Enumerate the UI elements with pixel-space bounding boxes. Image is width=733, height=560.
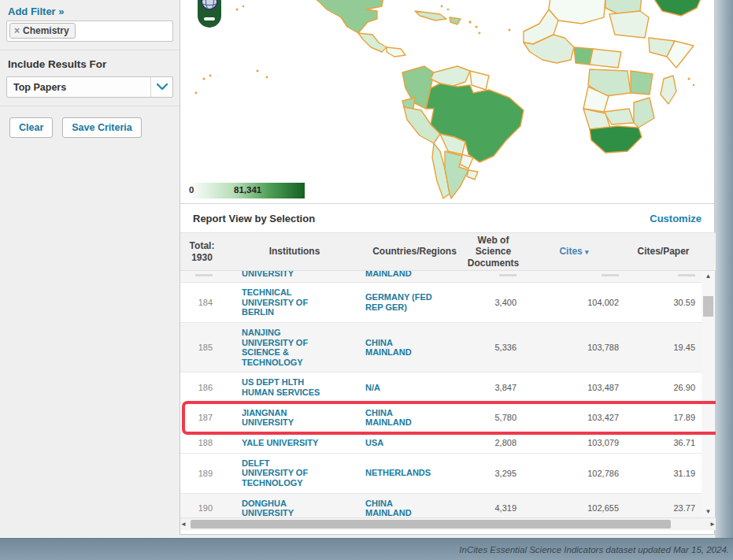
institution-link[interactable]: NANJING UNIVERSITY OF SCIENCE & TECHNOLO… — [242, 328, 320, 368]
table-row-partial-top: UNIVERSITY MAINLAND — [180, 271, 702, 283]
country-link[interactable]: CHINA MAINLAND — [365, 499, 435, 517]
country-link[interactable]: USA — [365, 438, 383, 448]
scroll-up-icon[interactable]: ▲ — [705, 271, 712, 282]
country-link[interactable]: CHINA MAINLAND — [365, 408, 435, 428]
country-hispaniola[interactable] — [450, 17, 461, 24]
scroll-down-icon[interactable]: ▼ — [705, 506, 712, 517]
rank-cell: 190 — [180, 499, 224, 517]
table-row[interactable]: 190 DONGHUA UNIVERSITY CHINA MAINLAND 4,… — [180, 494, 702, 517]
country-cell: CHINA MAINLAND — [365, 494, 464, 517]
horizontal-scrollbar-thumb[interactable] — [191, 520, 671, 528]
country-link[interactable]: N/A — [365, 383, 380, 393]
rank-cell: 188 — [180, 433, 224, 452]
page-footer: InCites Essential Science Indicators dat… — [0, 538, 733, 560]
country-link[interactable]: CHINA MAINLAND — [365, 338, 435, 358]
horizontal-scrollbar[interactable]: ◄ ► — [180, 517, 716, 530]
country-link[interactable]: NETHERLANDS — [365, 468, 431, 478]
country-cameroon[interactable] — [590, 49, 621, 68]
wos-documents-cell: 5,780 — [464, 408, 523, 427]
vertical-scrollbar[interactable]: ▲ ▼ — [702, 271, 715, 517]
institution-link[interactable]: JIANGNAN UNIVERSITY — [242, 408, 320, 428]
country-mozambique[interactable] — [634, 98, 654, 128]
table-header: Total: 1930 Institutions Countries/Regio… — [180, 232, 716, 271]
include-results-label: Include Results For — [8, 58, 173, 70]
country-guyanas[interactable] — [470, 71, 489, 90]
country-venezuela[interactable] — [431, 66, 470, 87]
column-header-wos-documents[interactable]: Web of Science Documents — [464, 235, 523, 269]
cites-cell: 103,079 — [523, 433, 625, 452]
country-middle-east[interactable] — [653, 0, 702, 16]
country-south-africa[interactable] — [590, 126, 642, 153]
wos-documents-cell: 2,808 — [464, 433, 523, 452]
cites-per-paper-cell: 30.59 — [625, 293, 702, 312]
institution-link[interactable]: DONGHUA UNIVERSITY — [242, 499, 320, 517]
customize-link[interactable]: Customize — [650, 213, 702, 224]
table-row[interactable]: 187 JIANGNAN UNIVERSITY CHINA MAINLAND 5… — [180, 403, 702, 433]
rank-cell: 185 — [180, 338, 224, 357]
column-header-cites-sort[interactable]: Cites ▾ — [523, 246, 625, 257]
institution-link[interactable]: TECHNICAL UNIVERSITY OF BERLIN — [242, 287, 320, 317]
cites-cell: 103,427 — [523, 408, 625, 427]
results-for-dropdown[interactable]: Top Papers — [6, 76, 173, 98]
vertical-scrollbar-thumb[interactable] — [703, 296, 713, 317]
table-row[interactable]: 186 US DEPT HLTH HUMAN SERVICES N/A 3,84… — [180, 373, 702, 402]
scroll-right-icon[interactable]: ► — [709, 519, 716, 530]
dropdown-button[interactable] — [150, 77, 172, 97]
country-link[interactable]: GERMANY (FED REP GER) — [365, 292, 435, 312]
institution-link[interactable]: DELFT UNIVERSITY OF TECHNOLOGY — [242, 458, 320, 488]
column-header-total[interactable]: Total: 1930 — [180, 240, 224, 263]
page-right-edge — [715, 0, 733, 538]
cites-per-paper-cell: 26.90 — [625, 378, 702, 397]
country-madagascar[interactable] — [661, 76, 676, 104]
institution-link[interactable]: YALE UNIVERSITY — [242, 438, 318, 448]
results-for-selected-value: Top Papers — [13, 82, 66, 93]
add-filter-link[interactable]: Add Filter » — [8, 6, 65, 17]
country-cuba[interactable] — [415, 11, 446, 20]
remove-filter-icon[interactable]: × — [14, 25, 20, 36]
scroll-left-icon[interactable]: ◄ — [180, 519, 187, 530]
wos-documents-cell: 5,336 — [464, 338, 523, 357]
country-mexico[interactable] — [313, 0, 383, 33]
save-criteria-button[interactable]: Save Criteria — [62, 117, 141, 138]
wos-documents-cell: 3,847 — [464, 378, 523, 397]
institution-cell: DONGHUA UNIVERSITY — [224, 494, 365, 517]
report-view-bar: Report View by Selection Customize — [180, 203, 714, 232]
country-uruguay[interactable] — [467, 170, 478, 180]
country-cell: GERMANY (FED REP GER) — [365, 287, 464, 317]
country-sudan[interactable] — [609, 11, 649, 38]
filter-chip-chemistry[interactable]: × Chemistry — [9, 23, 76, 39]
globe-icon — [201, 0, 218, 10]
map-zoom-control[interactable] — [198, 0, 221, 28]
rank-cell: 184 — [180, 293, 224, 312]
wos-documents-cell: 3,295 — [464, 464, 523, 483]
table-row[interactable]: 185 NANJING UNIVERSITY OF SCIENCE & TECH… — [180, 323, 702, 373]
country-brazil[interactable] — [426, 83, 524, 162]
rank-cell: 189 — [180, 464, 224, 483]
country-kenya-tanzania[interactable] — [631, 71, 653, 95]
clear-button[interactable]: Clear — [9, 117, 53, 138]
institution-cell: YALE UNIVERSITY — [224, 433, 365, 453]
column-header-institutions[interactable]: Institutions — [224, 246, 365, 257]
zoom-out-button[interactable] — [204, 17, 215, 20]
country-panama[interactable] — [387, 47, 405, 57]
wos-documents-cell: 3,400 — [464, 293, 523, 312]
country-cell: CHINA MAINLAND — [365, 403, 464, 432]
report-view-title: Report View by Selection — [193, 213, 315, 224]
country-central-america[interactable] — [358, 33, 387, 52]
table-row[interactable]: 188 YALE UNIVERSITY USA 2,808 103,079 36… — [180, 433, 702, 454]
cites-cell: 103,487 — [523, 378, 625, 397]
institution-link[interactable]: UNIVERSITY — [242, 271, 294, 279]
table-row[interactable]: 184 TECHNICAL UNIVERSITY OF BERLIN GERMA… — [180, 283, 702, 323]
institution-cell: NANJING UNIVERSITY OF SCIENCE & TECHNOLO… — [224, 323, 365, 373]
institution-link[interactable]: US DEPT HLTH HUMAN SERVICES — [242, 377, 320, 397]
cites-cell: 102,786 — [523, 464, 625, 483]
column-header-cites-per-paper[interactable]: Cites/Paper — [625, 246, 702, 257]
sidebar-divider — [0, 106, 180, 106]
country-cell: CHINA MAINLAND — [365, 333, 464, 362]
cites-per-paper-cell: 23.77 — [625, 499, 702, 517]
institution-cell: DELFT UNIVERSITY OF TECHNOLOGY — [224, 454, 365, 493]
institution-cell: JIANGNAN UNIVERSITY — [224, 403, 365, 432]
table-row[interactable]: 189 DELFT UNIVERSITY OF TECHNOLOGY NETHE… — [180, 454, 702, 494]
column-header-countries[interactable]: Countries/Regions — [365, 246, 464, 257]
world-map[interactable] — [180, 0, 714, 203]
